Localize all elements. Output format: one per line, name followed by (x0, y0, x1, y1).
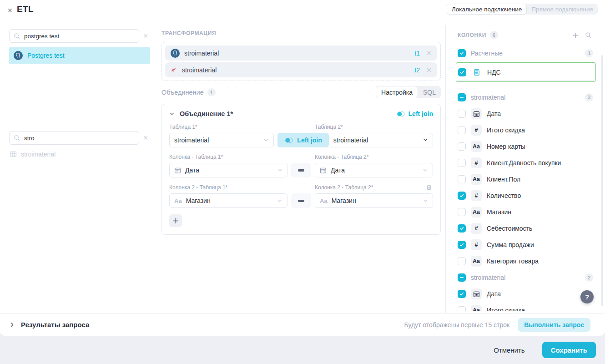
column-item[interactable]: #Себестоимость (458, 220, 593, 237)
column-item[interactable]: AaМагазин (458, 204, 593, 220)
column-item-label: Номер карты (487, 143, 525, 150)
checkbox-unchecked[interactable] (458, 159, 466, 167)
condition-row: ДатаДата (169, 163, 433, 177)
column-table2-select[interactable]: AaМагазин (315, 193, 433, 208)
checkbox-checked[interactable] (458, 192, 466, 200)
text-type-icon: Aa (320, 197, 328, 204)
column-item[interactable]: Дата (458, 286, 593, 302)
run-query-button[interactable]: Выполнить запрос (518, 318, 590, 332)
column-table2-select[interactable]: Дата (315, 163, 433, 177)
chevron-down-icon (277, 198, 282, 203)
column-item[interactable]: #Клиент.Давность покупки (458, 155, 593, 171)
tab-sql[interactable]: SQL (418, 86, 441, 98)
remove-table-icon[interactable] (426, 67, 432, 73)
column-item[interactable]: #Сумма продажи (458, 237, 593, 253)
checkbox-checked[interactable] (458, 290, 466, 298)
calculator-icon (471, 67, 482, 78)
table1-select[interactable]: stroimaterial (169, 133, 274, 147)
checkbox-checked[interactable] (458, 68, 466, 76)
column-item-label: Дата (487, 290, 501, 298)
add-column-icon[interactable] (572, 32, 579, 39)
connection-search-row (9, 29, 148, 43)
search-columns-icon[interactable] (585, 32, 591, 39)
trash-icon[interactable] (426, 184, 432, 191)
scrollbar[interactable] (601, 55, 603, 306)
number-type-icon: # (471, 125, 482, 136)
checkbox-checked[interactable] (458, 224, 466, 233)
checkbox-unchecked[interactable] (458, 208, 466, 216)
join-panel-title: Объединение 1* (180, 110, 233, 117)
save-button[interactable]: Сохранить (542, 342, 596, 358)
text-type-icon: Aa (471, 305, 482, 311)
join-count-badge: 1 (207, 88, 216, 96)
table-search-row (9, 131, 148, 145)
group-count-badge: 3 (585, 93, 593, 101)
column-item[interactable]: Дата (458, 106, 593, 122)
toggle-local-connection[interactable]: Локальное подключение (447, 4, 527, 15)
column-item[interactable]: AaКатегория товара (458, 253, 593, 269)
checkbox-unchecked[interactable] (458, 306, 466, 311)
equals-operator[interactable] (291, 163, 311, 177)
sidebar-item-connection[interactable]: Postgres test (9, 47, 150, 64)
sources-sidebar: Postgres test stroimaterial (0, 25, 155, 313)
equals-operator[interactable] (291, 193, 311, 208)
columns-panel: КОЛОНКИ 6 Расчетные1НДСstroimaterial3Дат… (446, 25, 605, 313)
group-count-badge: 1 (585, 49, 593, 57)
close-icon[interactable] (7, 6, 15, 15)
checkbox-unchecked[interactable] (458, 142, 466, 151)
join-type-button[interactable]: Left join (396, 110, 433, 117)
results-title: Результаты запроса (21, 321, 89, 329)
column-item[interactable]: НДС (458, 63, 594, 81)
checkbox-indeterminate[interactable] (458, 93, 466, 101)
collapse-chevron-icon[interactable] (169, 111, 175, 116)
clear-search-icon[interactable] (143, 33, 148, 39)
column-item[interactable]: #Итого скидка (458, 122, 593, 138)
column-table1-select[interactable]: Дата (169, 163, 287, 177)
column-table1-label: Колонка 2 - Таблица 1* (169, 184, 287, 191)
column-item[interactable]: #Количество (458, 187, 593, 204)
venn-icon (284, 137, 293, 143)
help-button[interactable]: ? (580, 290, 594, 303)
etl-window: ETL Локальное подключение Прямое подключ… (0, 0, 605, 336)
column-table1-select[interactable]: AaМагазин (169, 193, 287, 208)
table-search-input[interactable] (23, 134, 135, 142)
transformation-column: ТРАНСФОРМАЦИЯ stroimaterialt1stroimateri… (155, 25, 446, 313)
chevron-down-icon (277, 167, 282, 173)
table-search (9, 131, 139, 145)
checkbox-unchecked[interactable] (458, 126, 466, 134)
column-group-row[interactable]: stroimaterial2 (458, 269, 593, 286)
table-alias: t2 (414, 66, 420, 74)
column-item[interactable]: AaНомер карты (458, 138, 593, 155)
column-item[interactable]: AaИтого скидка (458, 302, 593, 311)
checkbox-checked[interactable] (458, 49, 466, 57)
column-group-row[interactable]: stroimaterial3 (458, 89, 593, 106)
join-type-pill[interactable]: Left join (277, 133, 328, 147)
table2-select[interactable]: stroimaterial (329, 133, 433, 147)
column-table2-label: Колонка 2 - Таблица 2* (315, 184, 433, 191)
mysql-icon (171, 66, 177, 73)
connection-mode-toggle: Локальное подключение Прямое подключение (447, 4, 598, 15)
join-section-header: Объединение 1 Настройка SQL (161, 86, 441, 98)
checkbox-unchecked[interactable] (458, 257, 466, 265)
join-section-title: Объединение (161, 89, 204, 96)
connection-search (9, 29, 139, 43)
cancel-button[interactable]: Отменить (491, 346, 528, 354)
checkbox-unchecked[interactable] (458, 175, 466, 183)
column-group-row[interactable]: Расчетные1 (458, 45, 593, 61)
checkbox-unchecked[interactable] (458, 110, 466, 118)
column-item[interactable]: AaКлиент.Пол (458, 171, 593, 187)
clear-search-icon[interactable] (143, 135, 148, 141)
column-group-label: stroimaterial (471, 274, 576, 281)
chevron-right-icon[interactable] (9, 322, 15, 328)
column-item-label: НДС (487, 69, 501, 76)
text-type-icon: Aa (174, 197, 182, 204)
connection-search-input[interactable] (23, 32, 135, 40)
checkbox-checked[interactable] (458, 241, 466, 249)
add-condition-button[interactable] (169, 214, 182, 227)
tab-settings[interactable]: Настройка (376, 86, 418, 98)
remove-table-icon[interactable] (426, 51, 432, 56)
checkbox-indeterminate[interactable] (458, 273, 466, 282)
toggle-direct-connection[interactable]: Прямое подключение (527, 4, 598, 15)
connection-label: Postgres test (27, 52, 65, 59)
text-type-icon: Aa (471, 174, 482, 185)
